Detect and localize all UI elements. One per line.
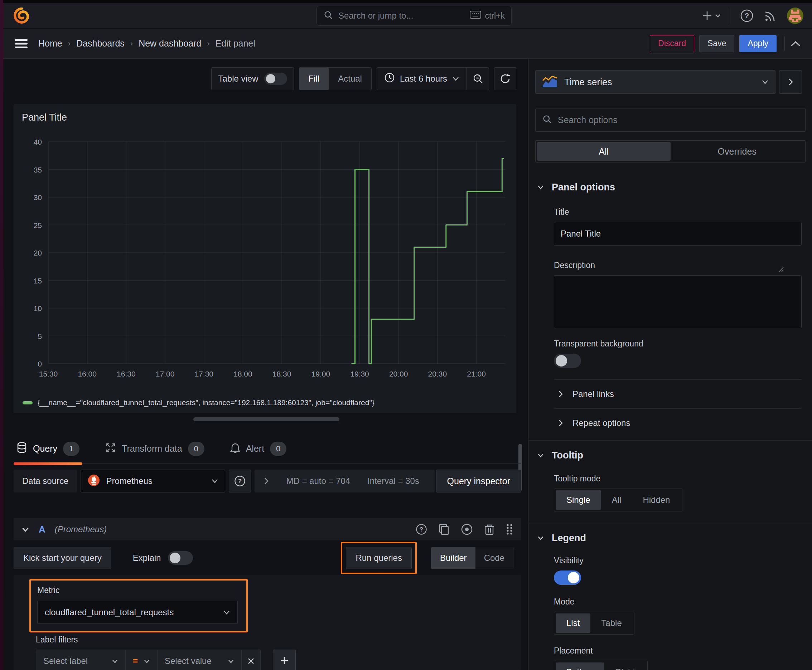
- tooltip-mode-hidden[interactable]: Hidden: [632, 490, 681, 510]
- grafana-edit-panel-screen: Search or jump to... ctrl+k: [0, 0, 812, 670]
- shortcut-label: ctrl+k: [485, 11, 505, 21]
- datasource-help-button[interactable]: ?: [229, 470, 251, 492]
- series-line[interactable]: [352, 159, 504, 364]
- legend-section-header[interactable]: Legend: [529, 533, 812, 544]
- zoom-out-time-button[interactable]: [466, 68, 489, 90]
- legend-mode-list[interactable]: List: [556, 613, 590, 633]
- time-series-panel[interactable]: Panel Title 051015202530354015:3016:0016…: [14, 105, 516, 413]
- y-tick-label: 30: [34, 193, 42, 201]
- transparent-bg-label: Transparent background: [554, 339, 812, 349]
- breadcrumb-dashboards[interactable]: Dashboards: [76, 38, 125, 49]
- options-search-input[interactable]: [558, 115, 799, 125]
- refresh-button[interactable]: [494, 67, 516, 90]
- kick-start-query-button[interactable]: Kick start your query: [14, 547, 111, 569]
- fill-option[interactable]: Fill: [299, 68, 329, 90]
- datasource-picker[interactable]: Prometheus: [81, 470, 225, 492]
- tooltip-mode-switch: Single All Hidden: [554, 489, 682, 511]
- visualization-picker[interactable]: Time series: [535, 70, 775, 94]
- query-row-header[interactable]: A (Prometheus) ?: [14, 518, 521, 540]
- query-builder-body: Metric cloudflared_tunnel_total_requests…: [14, 575, 521, 670]
- toggle-viz-picker-button[interactable]: [779, 70, 802, 94]
- explain-label: Explain: [133, 553, 161, 563]
- tab-overrides[interactable]: Overrides: [671, 142, 804, 161]
- actual-option[interactable]: Actual: [329, 68, 371, 90]
- remove-filter-button[interactable]: [242, 650, 260, 670]
- news-broadcast-icon[interactable]: [763, 8, 778, 23]
- query-editor-toolbar: Kick start your query Explain Run querie…: [14, 545, 521, 570]
- menu-hamburger-icon[interactable]: [14, 38, 28, 49]
- description-textarea[interactable]: [554, 275, 802, 328]
- save-button[interactable]: Save: [699, 35, 734, 52]
- time-range-picker[interactable]: Last 6 hours: [377, 68, 466, 90]
- explain-toggle[interactable]: [168, 551, 193, 565]
- hide-query-eye-icon[interactable]: [460, 523, 473, 536]
- time-series-chart[interactable]: 051015202530354015:3016:0016:3017:0017:3…: [14, 125, 516, 379]
- select-value-placeholder: Select value: [165, 656, 222, 666]
- query-section-tabs: Query 1 Transform data 0: [14, 434, 521, 464]
- legend-visibility-toggle[interactable]: [554, 570, 581, 585]
- tooltip-mode-single[interactable]: Single: [556, 490, 601, 510]
- select-label-dropdown[interactable]: Select label: [36, 650, 125, 670]
- collapse-header-chevron-up-icon[interactable]: [790, 40, 801, 47]
- close-icon: [247, 658, 254, 665]
- grafana-logo[interactable]: [13, 7, 30, 24]
- textarea-resize-handle[interactable]: [776, 264, 784, 272]
- y-tick-label: 35: [34, 166, 42, 174]
- table-view-control: Table view: [211, 67, 293, 90]
- tooltip-mode-all[interactable]: All: [601, 490, 632, 510]
- metric-select[interactable]: cloudflared_tunnel_total_requests: [37, 601, 238, 624]
- alert-count-badge: 0: [270, 442, 286, 456]
- x-tick-label: 18:00: [234, 370, 253, 378]
- help-icon[interactable]: ?: [740, 8, 754, 23]
- toggle-knob: [556, 355, 567, 367]
- query-options-summary[interactable]: MD = auto = 704 Interval = 30s: [254, 470, 434, 492]
- plus-icon: [280, 656, 288, 665]
- drag-query-grip-icon[interactable]: [505, 523, 514, 535]
- tab-transform-data[interactable]: Transform data 0: [102, 434, 207, 464]
- chevron-down-icon: [452, 76, 459, 81]
- panel-links-section-header[interactable]: Panel links: [529, 380, 812, 408]
- delete-query-trash-icon[interactable]: [484, 523, 495, 535]
- discard-button[interactable]: Discard: [650, 35, 694, 52]
- duplicate-query-icon[interactable]: [438, 523, 450, 535]
- select-value-dropdown[interactable]: Select value: [158, 650, 242, 670]
- tab-alert[interactable]: Alert 0: [227, 434, 289, 464]
- panel-title-input[interactable]: [554, 222, 802, 245]
- operator-dropdown[interactable]: =: [125, 650, 158, 670]
- shortcut-hint: ctrl+k: [470, 10, 505, 21]
- query-help-icon[interactable]: ?: [415, 523, 427, 535]
- table-view-toggle[interactable]: [264, 73, 287, 85]
- transparent-bg-toggle[interactable]: [554, 354, 581, 368]
- series-legend-label[interactable]: {__name__="cloudflared_tunnel_total_requ…: [37, 398, 375, 407]
- breadcrumb-new-dashboard[interactable]: New dashboard: [139, 38, 201, 49]
- chevron-down-icon: [537, 453, 544, 458]
- builder-option[interactable]: Builder: [431, 547, 475, 569]
- legend-placement-bottom[interactable]: Bottom: [556, 663, 604, 670]
- legend-visibility-label: Visibility: [554, 556, 812, 565]
- toggle-knob: [568, 572, 579, 584]
- panel-options-heading: Panel options: [552, 182, 615, 193]
- tab-all-options[interactable]: All: [537, 142, 671, 161]
- code-option[interactable]: Code: [475, 547, 513, 569]
- breadcrumb-home[interactable]: Home: [38, 38, 62, 49]
- legend-mode-table[interactable]: Table: [590, 613, 632, 633]
- global-search[interactable]: Search or jump to... ctrl+k: [317, 6, 512, 26]
- legend-placement-label: Placement: [554, 646, 812, 656]
- add-dropdown-button[interactable]: [702, 10, 721, 22]
- options-search[interactable]: [535, 108, 805, 132]
- query-inspector-button[interactable]: Query inspector: [436, 470, 521, 492]
- query-ref-id[interactable]: A: [39, 524, 46, 535]
- svg-text:?: ?: [420, 526, 423, 533]
- legend-placement-right[interactable]: Right: [604, 663, 646, 670]
- pane-resize-handle[interactable]: [193, 417, 339, 421]
- apply-button[interactable]: Apply: [739, 35, 776, 52]
- options-scope-tabs: All Overrides: [535, 140, 805, 162]
- collapse-chevron-down-icon[interactable]: [22, 527, 29, 532]
- repeat-options-section-header[interactable]: Repeat options: [529, 409, 812, 437]
- panel-options-section-header[interactable]: Panel options: [529, 182, 812, 193]
- run-queries-button[interactable]: Run queries: [346, 547, 411, 569]
- tab-query[interactable]: Query 1: [14, 434, 82, 464]
- user-avatar[interactable]: [787, 7, 804, 24]
- add-filter-button[interactable]: [273, 650, 296, 670]
- tooltip-section-header[interactable]: Tooltip: [529, 450, 812, 461]
